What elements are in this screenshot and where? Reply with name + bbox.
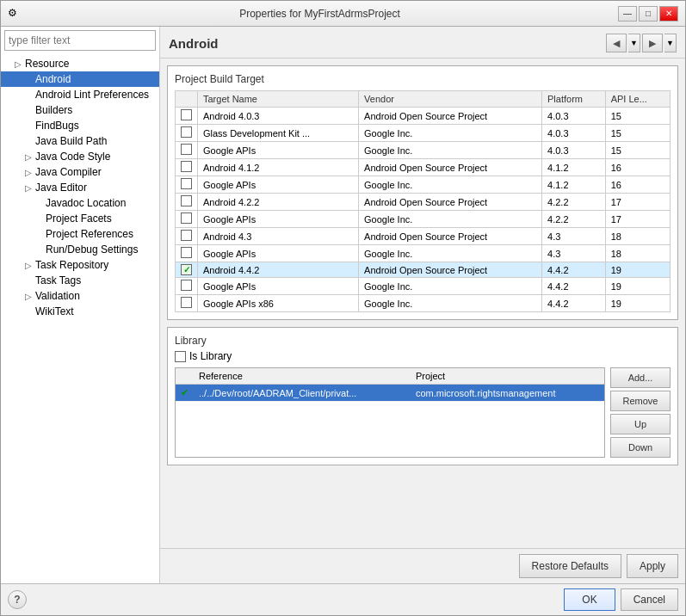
target-name-cell: Google APIs (198, 176, 359, 194)
api-cell: 17 (605, 194, 670, 211)
lib-col-project: Project (411, 368, 604, 385)
add-button[interactable]: Add... (610, 367, 671, 388)
sidebar-item-label: Task Tags (35, 274, 156, 286)
restore-defaults-button[interactable]: Restore Defaults (519, 554, 621, 578)
check-cell[interactable] (176, 278, 198, 295)
check-cell[interactable] (176, 295, 198, 312)
sidebar-item-builders[interactable]: Builders (1, 102, 159, 118)
check-cell[interactable] (176, 142, 198, 159)
table-row[interactable]: Android 4.1.2 Android Open Source Projec… (176, 159, 671, 176)
sidebar-item-wikitext[interactable]: WikiText (1, 304, 159, 319)
api-cell: 15 (605, 142, 670, 159)
sidebar-item-project-facets[interactable]: Project Facets (1, 211, 159, 226)
check-cell[interactable] (176, 176, 198, 194)
col-vendor: Vendor (359, 91, 542, 108)
check-cell[interactable] (176, 194, 198, 211)
check-cell[interactable] (176, 245, 198, 262)
sidebar-item-java-code-style[interactable]: ▷ Java Code Style (1, 149, 159, 164)
table-row[interactable]: Google APIs Google Inc. 4.1.2 16 (176, 176, 671, 194)
check-cell[interactable] (176, 228, 198, 245)
sidebar-item-task-repository[interactable]: ▷ Task Repository (1, 257, 159, 273)
check-cell[interactable] (176, 108, 198, 125)
table-row[interactable]: Android 4.2.2 Android Open Source Projec… (176, 194, 671, 211)
is-library-checkbox[interactable] (175, 351, 186, 362)
table-row[interactable]: Google APIs Google Inc. 4.2.2 17 (176, 211, 671, 228)
target-name-cell: Google APIs (198, 142, 359, 159)
apply-button[interactable]: Apply (627, 554, 678, 578)
target-checkbox[interactable] (181, 297, 192, 308)
sidebar-item-java-editor[interactable]: ▷ Java Editor (1, 180, 159, 195)
sidebar-item-label: Javadoc Location (46, 197, 156, 209)
help-button[interactable]: ? (8, 590, 27, 609)
target-checkbox[interactable] (181, 161, 192, 172)
down-button[interactable]: Down (610, 437, 671, 458)
ok-button[interactable]: OK (564, 588, 615, 611)
check-cell[interactable] (176, 262, 198, 278)
sidebar-item-android[interactable]: Android (1, 71, 159, 87)
filter-input[interactable] (4, 30, 156, 51)
api-cell: 17 (605, 211, 670, 228)
app-icon: ⚙ (8, 7, 22, 21)
target-checkbox[interactable] (181, 247, 192, 258)
table-row[interactable]: Glass Development Kit ... Google Inc. 4.… (176, 125, 671, 142)
check-cell[interactable] (176, 159, 198, 176)
sidebar-item-java-build-path[interactable]: Java Build Path (1, 133, 159, 149)
sidebar-item-project-references[interactable]: Project References (1, 226, 159, 242)
library-label: Library (175, 335, 671, 347)
remove-button[interactable]: Remove (610, 391, 671, 411)
sidebar-item-findbugs[interactable]: FindBugs (1, 118, 159, 133)
table-row[interactable]: Google APIs Google Inc. 4.3 18 (176, 245, 671, 262)
close-button[interactable]: ✕ (659, 6, 678, 22)
minimize-button[interactable]: — (618, 6, 637, 22)
table-row[interactable]: Android 4.3 Android Open Source Project … (176, 228, 671, 245)
platform-cell: 4.1.2 (542, 159, 606, 176)
sidebar-item-label: Java Build Path (35, 135, 156, 147)
check-cell[interactable] (176, 211, 198, 228)
api-cell: 18 (605, 245, 670, 262)
target-checkbox[interactable] (181, 178, 192, 189)
col-api: API Le... (605, 91, 670, 108)
sidebar-item-resource[interactable]: ▷ Resource (1, 56, 159, 71)
target-checkbox[interactable] (181, 109, 192, 120)
forward-button[interactable]: ▶ (642, 34, 663, 52)
right-panel: Android ◀ ▼ ▶ ▼ Project Build Target (160, 27, 685, 583)
vendor-cell: Google Inc. (359, 245, 542, 262)
build-target-table: Target Name Vendor Platform API Le... An… (175, 90, 671, 312)
target-checkbox[interactable] (181, 213, 192, 224)
target-checkbox[interactable] (181, 264, 192, 275)
check-cell[interactable] (176, 125, 198, 142)
sidebar-item-android-lint[interactable]: Android Lint Preferences (1, 87, 159, 102)
target-checkbox[interactable] (181, 195, 192, 206)
is-library-text: Is Library (189, 350, 232, 362)
back-dropdown[interactable]: ▼ (628, 34, 640, 52)
target-checkbox[interactable] (181, 144, 192, 155)
expand-icon: ▷ (25, 261, 35, 270)
table-row[interactable]: Android 4.0.3 Android Open Source Projec… (176, 108, 671, 125)
table-row[interactable]: Google APIs Google Inc. 4.0.3 15 (176, 142, 671, 159)
footer-right: OK Cancel (564, 588, 678, 611)
sidebar-item-validation[interactable]: ▷ Validation (1, 288, 159, 304)
table-row[interactable]: Google APIs Google Inc. 4.4.2 19 (176, 278, 671, 295)
table-row[interactable]: Google APIs x86 Google Inc. 4.4.2 19 (176, 295, 671, 312)
lib-check-cell: ✔ (176, 385, 194, 402)
cancel-button[interactable]: Cancel (621, 588, 678, 611)
sidebar-item-javadoc[interactable]: Javadoc Location (1, 195, 159, 211)
target-checkbox[interactable] (181, 230, 192, 241)
lib-table-area: Reference Project ✔ ../../Dev/root/AADRA… (175, 367, 671, 458)
main-window: ⚙ Properties for MyFirstAdrmsProject — □… (0, 0, 686, 616)
sidebar-item-run-debug[interactable]: Run/Debug Settings (1, 242, 159, 257)
table-row[interactable]: ✔ ../../Dev/root/AADRAM_Client/privat...… (176, 385, 604, 402)
lib-col-check (176, 368, 194, 385)
forward-dropdown[interactable]: ▼ (664, 34, 677, 52)
target-name-cell: Android 4.0.3 (198, 108, 359, 125)
target-checkbox[interactable] (181, 280, 192, 291)
back-button[interactable]: ◀ (606, 34, 627, 52)
table-row[interactable]: Android 4.4.2 Android Open Source Projec… (176, 262, 671, 278)
maximize-button[interactable]: □ (639, 6, 658, 22)
target-checkbox[interactable] (181, 126, 192, 138)
up-button[interactable]: Up (610, 414, 671, 434)
sidebar-item-java-compiler[interactable]: ▷ Java Compiler (1, 164, 159, 180)
target-name-cell: Android 4.2.2 (198, 194, 359, 211)
api-cell: 15 (605, 108, 670, 125)
sidebar-item-task-tags[interactable]: Task Tags (1, 273, 159, 288)
